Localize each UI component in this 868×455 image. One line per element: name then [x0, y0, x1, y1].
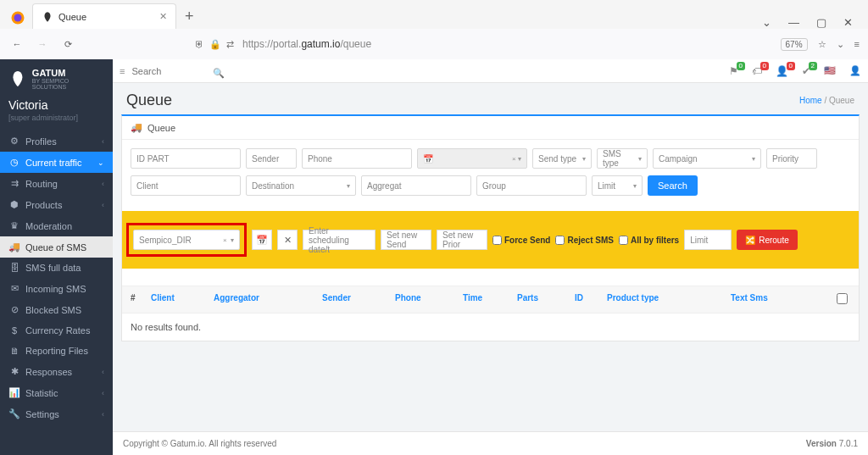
campaign-select[interactable]: Campaign▾ [653, 148, 761, 169]
sidebar-item-products[interactable]: ⬢Products‹ [0, 194, 113, 215]
user-name: Victoria [0, 93, 113, 114]
user-icon[interactable]: 👤 [849, 65, 861, 76]
brand: GATUM BY SEMPICO SOLUTIONS [0, 59, 113, 93]
reroute-limit-input[interactable]: Limit [684, 230, 732, 250]
tab-title: Queue [58, 12, 86, 22]
breadcrumb-current: Queue [829, 96, 854, 105]
sidebar-item-responses[interactable]: ✱Responses‹ [0, 361, 113, 382]
reroute-target-select[interactable]: Sempico_DIR× ▾ [133, 230, 240, 250]
sidebar-item-sms-full-data[interactable]: 🗄SMS full data [0, 258, 113, 278]
tab-close-icon[interactable]: ✕ [159, 11, 167, 22]
user-role: [super administrator] [0, 114, 113, 130]
th-product-type[interactable]: Product type [607, 293, 731, 306]
th-select-all[interactable] [837, 293, 850, 306]
topbar-search: 🔍 [131, 66, 225, 76]
scheduling-date-input[interactable]: Enter scheduling date/t [303, 230, 376, 250]
forward-button[interactable]: → [34, 39, 51, 49]
destination-select[interactable]: Destination▾ [246, 175, 356, 196]
set-new-prior-input[interactable]: Set new Prior [437, 230, 487, 250]
menu-icon[interactable]: ≡ [854, 39, 860, 49]
th-aggregator[interactable]: Aggregator [214, 293, 322, 306]
sidebar-item-blocked-sms[interactable]: ⊘Blocked SMS [0, 299, 113, 320]
sms-type-select[interactable]: SMS type▾ [597, 148, 648, 169]
sidebar-item-routing[interactable]: ⇉Routing‹ [0, 173, 113, 194]
reroute-bar: Sempico_DIR× ▾ 📅 ✕ Enter scheduling date… [122, 211, 859, 269]
browser-tab[interactable]: Queue ✕ [32, 3, 176, 29]
queue-icon: 🚚 [8, 241, 20, 252]
gatum-logo-icon [8, 69, 27, 88]
th-client[interactable]: Client [151, 293, 214, 306]
hamburger-icon[interactable]: ≡ [120, 66, 125, 76]
close-window-button[interactable]: ✕ [843, 16, 853, 29]
sidebar-item-incoming-sms[interactable]: ✉Incoming SMS [0, 278, 113, 299]
notif-icon-2[interactable]: 🏷0 [752, 65, 762, 77]
reload-button[interactable]: ⟳ [59, 39, 76, 50]
th-id[interactable]: ID [575, 293, 607, 306]
lock-icon[interactable]: 🔒 [209, 39, 221, 50]
th-phone[interactable]: Phone [395, 293, 463, 306]
page-header: Queue Home / Queue [113, 83, 868, 114]
sidebar-item-current-traffic[interactable]: ◷Current traffic⌄ [0, 152, 113, 173]
url-bar: ← → ⟳ ⛨ 🔒 ⇄ https://portal.gatum.io/queu… [0, 29, 868, 59]
sender-input[interactable]: Sender [246, 148, 297, 169]
window-controls: ⌄ — ▢ ✕ [762, 16, 865, 29]
phone-input[interactable]: Phone [302, 148, 412, 169]
sidebar-item-settings[interactable]: 🔧Settings‹ [0, 403, 113, 424]
chevron-down-icon[interactable]: ⌄ [762, 16, 771, 29]
pocket-icon[interactable]: ⌄ [837, 39, 844, 50]
chevron-left-icon: ‹ [102, 410, 104, 419]
truck-icon: 🚚 [131, 122, 142, 133]
sidebar-item-statistic[interactable]: 📊Statistic‹ [0, 382, 113, 403]
reject-sms-checkbox[interactable]: Reject SMS [555, 236, 613, 245]
minimize-button[interactable]: — [788, 16, 799, 29]
incoming-icon: ✉ [8, 283, 20, 294]
back-button[interactable]: ← [8, 39, 25, 49]
breadcrumb-home[interactable]: Home [799, 96, 822, 105]
sidebar-item-currency-rates[interactable]: $Currency Rates [0, 320, 113, 341]
queue-panel: 🚚 Queue ID PART Sender Phone 📅× ▾ Send t… [121, 114, 860, 341]
client-input[interactable]: Client [131, 175, 241, 196]
limit-select[interactable]: Limit▾ [592, 175, 643, 196]
reroute-date-button[interactable]: 📅 [252, 230, 272, 250]
responses-icon: ✱ [8, 366, 20, 377]
flag-icon[interactable]: 🇺🇸 [824, 65, 836, 76]
sidebar-item-profiles[interactable]: ⚙Profiles‹ [0, 130, 113, 152]
aggregat-input[interactable]: Aggregat [361, 175, 471, 196]
data-icon: 🗄 [8, 263, 20, 273]
sidebar-item-reporting-files[interactable]: 🗎Reporting Files [0, 341, 113, 361]
sidebar-item-moderation[interactable]: ♛Moderation [0, 215, 113, 236]
notif-icon-1[interactable]: ⚑0 [729, 65, 738, 77]
panel-header: 🚚 Queue [122, 116, 859, 140]
priority-input[interactable]: Priority [766, 148, 817, 169]
reroute-button[interactable]: 🔀Reroute [737, 230, 798, 250]
new-tab-button[interactable]: + [176, 4, 203, 29]
permissions-icon[interactable]: ⇄ [226, 39, 234, 50]
highlight-box: Sempico_DIR× ▾ [126, 223, 247, 257]
address-field[interactable]: https://portal.gatum.io/queue [242, 38, 772, 50]
notif-icon-3[interactable]: 👤0 [776, 65, 788, 77]
sidebar-item-queue-of-sms[interactable]: 🚚Queue of SMS [0, 236, 113, 258]
th-sender[interactable]: Sender [322, 293, 395, 306]
search-button[interactable]: Search [648, 175, 698, 196]
zoom-indicator[interactable]: 67% [781, 38, 808, 51]
group-input[interactable]: Group [476, 175, 587, 196]
svg-point-1 [14, 14, 22, 22]
date-select[interactable]: 📅× ▾ [417, 148, 527, 169]
brand-sub: BY SEMPICO SOLUTIONS [32, 78, 104, 90]
th-text-sms[interactable]: Text Sms [731, 293, 815, 306]
search-input[interactable] [131, 66, 225, 76]
th-parts[interactable]: Parts [517, 293, 575, 306]
maximize-button[interactable]: ▢ [816, 16, 826, 29]
th-time[interactable]: Time [463, 293, 517, 306]
all-by-filters-checkbox[interactable]: All by filters [619, 236, 679, 245]
id-part-input[interactable]: ID PART [131, 148, 241, 169]
notif-icon-4[interactable]: ✔2 [802, 65, 810, 77]
send-type-select[interactable]: Send type▾ [532, 148, 592, 169]
bookmark-star-icon[interactable]: ☆ [818, 39, 826, 50]
search-icon[interactable]: 🔍 [213, 68, 225, 79]
force-send-checkbox[interactable]: Force Send [492, 236, 550, 245]
tab-favicon-icon [42, 11, 53, 23]
set-new-send-input[interactable]: Set new Send [381, 230, 431, 250]
reroute-clear-button[interactable]: ✕ [277, 230, 298, 250]
shield-icon[interactable]: ⛨ [195, 39, 204, 49]
